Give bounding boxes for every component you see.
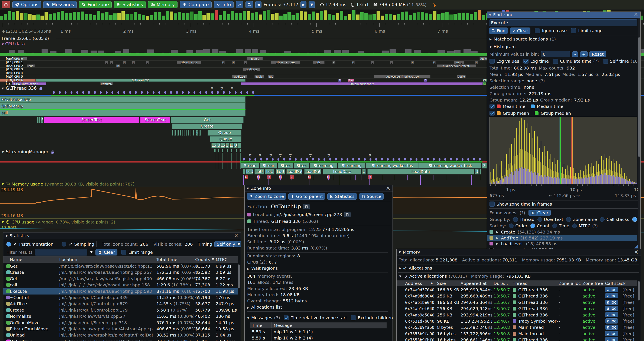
table-row[interactable]: PrivateTouchMovejni/../jni/src/claw/appl… (4, 326, 238, 332)
message-dot[interactable] (164, 91, 166, 94)
timeline-zone[interactable]: U (217, 143, 220, 148)
message-dot[interactable] (266, 158, 268, 161)
sort-by-radio-mtpc[interactable] (572, 223, 577, 228)
timeline-zone[interactable] (182, 130, 183, 136)
timeline-zone[interactable]: LcU (246, 169, 253, 174)
found-zone-row[interactable]: ▶LoadLevel(18) 406.88 µs (487, 241, 638, 247)
frame-bar[interactable] (344, 16, 347, 20)
message-dot[interactable] (444, 158, 446, 161)
table-row[interactable]: 0x7553b9fbf016 bytes296,661,146ns13:50.7… (396, 337, 638, 341)
frame-bar[interactable] (0, 16, 3, 20)
frame-bar[interactable] (348, 14, 352, 20)
frame-bar[interactable] (352, 10, 356, 20)
message-dot[interactable] (456, 158, 458, 161)
column-header-location[interactable]: Location (59, 257, 77, 262)
thread-band-zone[interactable]: call (0, 110, 246, 116)
cpu-zone[interactable]: c (332, 61, 336, 64)
message-dot[interactable] (462, 158, 464, 161)
frame-bar[interactable] (122, 11, 125, 20)
message-dot[interactable] (421, 158, 423, 161)
table-row[interactable]: Get/mnt/e/claw/src/claw/base/AssetDict.h… (4, 263, 238, 269)
message-dot[interactable] (289, 158, 291, 161)
copy-function-button[interactable] (303, 204, 310, 209)
info-button[interactable]: Info (214, 1, 234, 8)
frame-bar[interactable] (146, 16, 149, 20)
expand-arrow-icon[interactable]: ▶ (496, 248, 498, 249)
frame-bar[interactable] (271, 14, 274, 20)
frame-bar[interactable] (251, 13, 254, 20)
frame-bar[interactable] (482, 15, 485, 20)
message-dot[interactable] (364, 158, 366, 161)
group-by-radio-zone-name[interactable] (566, 217, 571, 222)
table-row[interactable]: Createjni/../jni/src/guif/Control.cpp:17… (4, 307, 238, 313)
glthread-header[interactable]: ▼GLThread 336 (2, 86, 43, 91)
cpu-zone[interactable]: c (232, 61, 235, 64)
frame-bar[interactable] (61, 11, 64, 20)
table-row[interactable]: 0x74ab1be040186.68 KB294,645,364ns13:50.… (396, 299, 638, 306)
table-header[interactable]: Address▲SizeAppeared atDura...ThreadZone… (396, 280, 638, 286)
cpu-zone[interactable]: GL (483, 79, 487, 82)
cpu-zone[interactable]: cds_ol_rx_threa (271, 61, 300, 64)
sort-by-radio-order[interactable] (509, 223, 514, 228)
timeline-zone[interactable] (178, 130, 179, 136)
decrement-button[interactable]: - (572, 51, 578, 57)
timeline-zone[interactable]: Strear (260, 163, 277, 168)
legend-color-swatch[interactable] (535, 111, 538, 115)
frame-marker-icon[interactable]: ▽ (231, 87, 233, 90)
frame-marker-icon[interactable]: ▽ (309, 154, 312, 157)
timeline-zone[interactable]: Loi (220, 143, 225, 148)
frame-bar[interactable] (239, 13, 242, 20)
table-row[interactable]: 5.59 smip 10 w 2 h 2 (4) (250, 335, 386, 341)
frame-bar[interactable] (158, 12, 161, 20)
timing-dropdown[interactable]: Self only ▼ (214, 241, 241, 247)
frame-bar[interactable] (401, 12, 404, 20)
zone-info-titlebar[interactable]: ▼ Zone info × (245, 185, 392, 192)
cpu-zone[interactable]: c (475, 61, 478, 64)
prev-frame-button[interactable]: ◀ (255, 1, 261, 8)
frame-bar[interactable] (259, 15, 262, 20)
table-row[interactable]: Unloadjni/../jni/src/claw/graphics/pixel… (4, 332, 238, 338)
message-dot[interactable] (438, 158, 440, 161)
frame-marker-icon[interactable]: ▽ (289, 154, 292, 157)
message-dot[interactable] (53, 91, 55, 94)
frame-bar[interactable] (162, 16, 165, 20)
found-zone-row[interactable]: ▶AddTree(18,542) 227.19 ms (487, 235, 638, 241)
instrumentation-radio[interactable] (6, 242, 11, 246)
frame-bar[interactable] (150, 15, 153, 20)
frame-bar[interactable] (450, 15, 453, 20)
message-dot[interactable] (295, 158, 297, 161)
message-dot[interactable] (473, 158, 475, 161)
frame-bar[interactable] (247, 11, 250, 20)
frame-bar[interactable] (28, 14, 32, 20)
message-dot[interactable] (135, 91, 137, 94)
table-row[interactable]: Normalizejni/../jni/src/claw/vfs/Vfs.cpp… (4, 313, 238, 319)
message-dot[interactable] (392, 158, 394, 161)
message-dot[interactable] (272, 158, 274, 161)
table-row[interactable]: 0x7531d7b04096 KB1:10 234,952,16112:40.7… (396, 318, 638, 324)
frame-bar[interactable] (300, 11, 303, 20)
message-dot[interactable] (88, 91, 90, 94)
frame-bar[interactable] (368, 15, 372, 20)
statistics-button[interactable]: Statistics (114, 1, 146, 8)
timeline-zone[interactable]: Up (226, 143, 229, 148)
column-header-mtpc[interactable]: MTPC (216, 257, 228, 262)
cpu-zone[interactable]: StreamingManager (241, 82, 483, 85)
message-dot[interactable] (427, 158, 429, 161)
legend-color-swatch[interactable] (497, 111, 500, 115)
message-dot[interactable] (260, 158, 262, 161)
frame-bar[interactable] (20, 13, 24, 20)
frame-bar[interactable] (385, 14, 388, 20)
frame-bar[interactable] (474, 12, 477, 20)
message-dot[interactable] (217, 91, 219, 94)
message-dot[interactable] (152, 91, 154, 94)
legend-color-swatch[interactable] (497, 105, 500, 108)
column-header-time[interactable]: Time (252, 323, 262, 328)
log-values-checkbox[interactable] (490, 59, 494, 64)
table-row[interactable]: calljni/../jni/../../../src/claw/base/Lu… (4, 282, 238, 288)
frame-bar[interactable] (65, 13, 68, 20)
alloc-callstack-button[interactable]: alloc (605, 337, 618, 341)
message-dot[interactable] (329, 158, 331, 161)
message-dot[interactable] (246, 91, 248, 94)
frame-bar[interactable] (170, 12, 173, 20)
frame-bar[interactable] (380, 16, 384, 20)
